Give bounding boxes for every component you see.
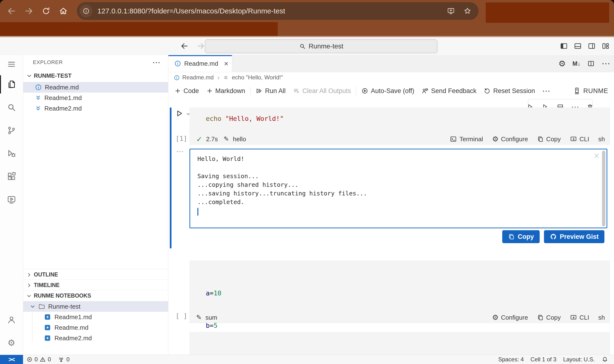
notebook-item-label: Readme1.md <box>54 313 92 321</box>
workbench: ⚙ EXPLORER ⋯ RUNME-TEST Readme.md Readme… <box>0 55 614 355</box>
notebook-settings-gear-icon[interactable]: ⚙ <box>558 59 565 68</box>
cell-language[interactable]: sh <box>598 135 605 143</box>
open-markdown-preview-icon[interactable]: M↓ <box>573 60 580 67</box>
send-feedback-button[interactable]: Send Feedback <box>418 87 480 95</box>
url-text[interactable]: 127.0.0.1:8080/?folder=/Users/macos/Desk… <box>97 7 285 15</box>
notebook-item-row[interactable]: Readme2.md <box>23 333 168 343</box>
code-cell-3[interactable]: greet() { echo "Hello, $1!" <box>189 332 610 355</box>
runme-panel-icon[interactable] <box>0 190 23 209</box>
keyboard-layout-status[interactable]: Layout: U.S. <box>560 356 598 363</box>
vscode-titlebar: Runme-test <box>0 37 614 55</box>
pencil-icon[interactable]: ✎ <box>196 314 202 321</box>
browser-forward-button[interactable] <box>23 5 35 17</box>
code-cell-1[interactable]: echo "Hello, World!" ✓ 2.7s ✎ hello Term… <box>189 107 610 145</box>
notebook-item-row[interactable]: Readme1.md <box>23 312 168 322</box>
output-close-icon[interactable]: × <box>594 151 599 160</box>
settings-gear-icon[interactable]: ⚙ <box>0 334 23 352</box>
cell-name[interactable]: sum <box>206 314 217 321</box>
info-icon <box>174 74 180 81</box>
extensions-icon[interactable] <box>0 167 23 186</box>
cell-output[interactable]: Hello, World! Saving session... ...copyi… <box>189 149 607 228</box>
configure-action[interactable]: ⚙Configure <box>492 314 528 321</box>
indentation-status[interactable]: Spaces: 4 <box>495 356 527 363</box>
file-row-readme2[interactable]: Readme2.md <box>23 103 168 114</box>
remote-indicator[interactable]: >< <box>0 355 23 364</box>
run-debug-icon[interactable] <box>0 144 23 163</box>
add-code-cell-button[interactable]: Code <box>171 87 203 95</box>
copy-action[interactable]: Copy <box>537 135 561 143</box>
notebooks-folder-row[interactable]: Runme-test <box>23 301 168 312</box>
split-editor-icon[interactable] <box>587 60 595 67</box>
cell-position-status[interactable]: Cell 1 of 3 <box>527 356 560 363</box>
tab-readme[interactable]: Readme.md × <box>168 55 232 72</box>
breadcrumb-file[interactable]: Readme.md <box>182 74 214 81</box>
bookmark-star-icon[interactable] <box>463 7 472 15</box>
run-all-button[interactable]: Run All <box>252 87 289 95</box>
terminal-action[interactable]: Terminal <box>450 135 483 143</box>
reset-session-button[interactable]: Reset Session <box>480 87 538 95</box>
ports-status[interactable]: 0 <box>54 356 73 363</box>
explorer-icon[interactable] <box>0 75 23 93</box>
code-line[interactable]: echo "Hello, World!" <box>189 107 610 124</box>
cell-name[interactable]: hello <box>233 135 246 143</box>
chevron-down-icon <box>29 303 36 310</box>
breadcrumb-cell[interactable]: echo "Hello, World!" <box>232 74 283 81</box>
browser-theme-accent-strip <box>0 22 278 36</box>
file-row-readme1[interactable]: Readme1.md <box>23 92 168 103</box>
toggle-panel-icon[interactable] <box>574 42 582 50</box>
history-back-button[interactable] <box>180 42 188 50</box>
history-forward-button[interactable] <box>197 42 205 50</box>
browser-reload-button[interactable] <box>40 5 52 17</box>
preview-gist-button[interactable]: Preview Gist <box>544 230 604 243</box>
tab-close-icon[interactable]: × <box>224 60 229 67</box>
clear-outputs-icon <box>293 87 300 94</box>
problems-status[interactable]: 0 0 <box>23 356 54 363</box>
search-sidebar-icon[interactable] <box>0 98 23 117</box>
toolbar-more-actions-icon[interactable]: ⋯ <box>539 86 554 96</box>
info-icon <box>174 60 181 67</box>
address-bar[interactable]: 127.0.0.1:8080/?folder=/Users/macos/Desk… <box>77 2 479 20</box>
notebook-content: ⋯ echo "Hello, World!" ✓ 2.7s ✎ hello <box>168 99 614 355</box>
auto-save-icon <box>361 87 368 94</box>
configure-action[interactable]: ⚙Configure <box>492 135 528 143</box>
output-scrollbar[interactable] <box>602 151 605 226</box>
customize-layout-icon[interactable] <box>601 42 610 50</box>
browser-home-button[interactable] <box>57 5 70 17</box>
command-center-search[interactable]: Runme-test <box>205 39 437 53</box>
file-label: Readme1.md <box>44 94 82 102</box>
auto-save-button[interactable]: Auto-Save (off) <box>358 87 418 95</box>
copy-output-button[interactable]: Copy <box>502 230 540 243</box>
cli-action[interactable]: CLI <box>570 135 589 143</box>
output-gutter-icon[interactable]: ⋯ <box>176 147 184 156</box>
runme-brand[interactable]: RUNME <box>569 87 614 95</box>
copy-icon <box>537 314 544 321</box>
outline-section-header[interactable]: OUTLINE <box>23 269 168 280</box>
plus-icon <box>206 88 213 94</box>
account-icon[interactable] <box>0 311 23 329</box>
site-info-icon[interactable] <box>80 5 92 17</box>
explorer-more-actions-icon[interactable]: ⋯ <box>152 58 160 67</box>
notebook-item-row[interactable]: Readme.md <box>23 322 168 333</box>
file-row-readme[interactable]: Readme.md <box>23 82 168 92</box>
editor-more-actions-icon[interactable]: ⋯ <box>601 59 610 69</box>
toggle-secondary-sidebar-icon[interactable] <box>588 42 596 50</box>
source-control-icon[interactable] <box>0 121 23 140</box>
code-cell-2[interactable]: a=10 b=5 sum=$((a + b)) echo "Sum: $sum"… <box>189 260 610 323</box>
install-app-icon[interactable] <box>447 7 455 15</box>
cli-action[interactable]: CLI <box>570 314 589 321</box>
add-markdown-cell-button[interactable]: Markdown <box>203 87 249 95</box>
menu-icon[interactable] <box>0 55 23 73</box>
browser-back-button[interactable] <box>5 5 18 17</box>
pencil-icon[interactable]: ✎ <box>223 135 229 143</box>
copy-action[interactable]: Copy <box>537 314 561 321</box>
code-line[interactable]: a=10 <box>206 288 610 299</box>
notifications-bell-icon[interactable] <box>598 356 612 363</box>
timeline-section-header[interactable]: TIMELINE <box>23 280 168 290</box>
toggle-primary-sidebar-icon[interactable] <box>560 42 568 50</box>
runme-notebooks-section-header[interactable]: RUNME NOTEBOOKS <box>23 290 168 301</box>
workspace-folder-row[interactable]: RUNME-TEST <box>23 70 168 81</box>
gear-icon: ⚙ <box>492 314 499 321</box>
list-lines-icon <box>223 74 230 81</box>
cell-language[interactable]: sh <box>598 314 605 321</box>
run-cell-button[interactable] <box>175 109 184 118</box>
